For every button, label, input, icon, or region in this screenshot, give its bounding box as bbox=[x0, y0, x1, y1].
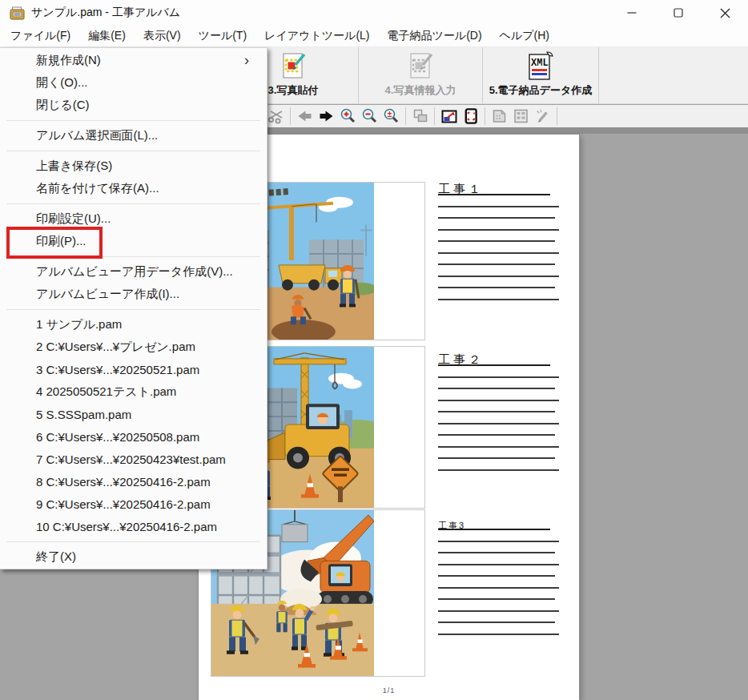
toolbar-button-label: 4.写真情報入力 bbox=[385, 83, 456, 98]
zoom-fit-button[interactable]: ± bbox=[380, 106, 402, 127]
file-menu-item[interactable]: アルバムビューア作成(I)... bbox=[0, 283, 267, 305]
ruled-line bbox=[438, 254, 555, 266]
file-menu-item[interactable]: 上書き保存(S) bbox=[0, 155, 267, 177]
toolbar-separator bbox=[434, 107, 435, 125]
file-menu-item[interactable]: 開く(O)... bbox=[0, 71, 267, 94]
toolbar-separator bbox=[557, 107, 557, 125]
menu-item-label: アルバムビューア用データ作成(V)... bbox=[36, 264, 233, 280]
menu-separator bbox=[0, 537, 267, 545]
menu-item-label: アルバム選択画面(L)... bbox=[36, 128, 158, 143]
print-pages-button[interactable] bbox=[489, 106, 510, 127]
ruled-line bbox=[438, 219, 559, 231]
ruled-line bbox=[438, 265, 559, 277]
file-menu-item[interactable]: 9 C:¥Users¥...¥20250416-2.pam bbox=[0, 493, 267, 515]
file-menu-item[interactable]: 10 C:¥Users¥...¥20250416-2.pam bbox=[0, 515, 267, 537]
menu-item-label: 2 C:¥Users¥...¥プレゼン.pam bbox=[36, 340, 195, 355]
ruled-line bbox=[438, 207, 555, 219]
menu-item-label: 閉じる(C) bbox=[36, 98, 90, 113]
ruled-line bbox=[438, 242, 559, 254]
toolbar-separator bbox=[405, 107, 406, 125]
zoom-in-button[interactable] bbox=[337, 106, 359, 127]
file-menu-item[interactable]: 6 C:¥Users¥...¥20250508.pam bbox=[0, 425, 267, 448]
file-menu-item[interactable]: 名前を付けて保存(A)... bbox=[0, 177, 267, 199]
minimize-button[interactable] bbox=[609, 0, 655, 26]
close-button[interactable] bbox=[702, 0, 748, 26]
menu-separator bbox=[0, 147, 267, 155]
back-arrow-icon bbox=[296, 107, 314, 125]
menubar-item[interactable]: ヘルプ(H) bbox=[491, 26, 558, 46]
ruled-line bbox=[438, 231, 555, 243]
app-icon bbox=[10, 6, 25, 20]
menu-separator bbox=[0, 252, 267, 260]
file-menu-item[interactable]: 印刷設定(U)... bbox=[0, 207, 267, 230]
file-menu-item[interactable]: 新規作成(N)› bbox=[0, 49, 267, 71]
entry-notes[interactable]: 工事3 bbox=[438, 521, 566, 635]
forward-arrow-icon bbox=[317, 107, 336, 125]
ruled-line bbox=[438, 412, 559, 424]
menubar-item[interactable]: 電子納品ツール(D) bbox=[379, 26, 491, 46]
menubar-item[interactable]: ファイル(F) bbox=[2, 26, 79, 46]
ruled-line bbox=[438, 378, 555, 390]
ruled-line bbox=[438, 565, 555, 577]
thumbnail-list-button[interactable] bbox=[510, 106, 532, 127]
file-menu-item[interactable]: アルバムビューア用データ作成(V)... bbox=[0, 260, 267, 283]
ruled-line bbox=[438, 623, 559, 635]
zoom-out-button[interactable] bbox=[359, 106, 380, 127]
back-button[interactable] bbox=[294, 106, 316, 127]
svg-text:XML: XML bbox=[531, 58, 549, 69]
ruled-line bbox=[438, 401, 555, 413]
fit-window-button[interactable] bbox=[438, 106, 460, 127]
fit-window-icon bbox=[440, 107, 459, 125]
file-menu-item[interactable]: アルバム選択画面(L)... bbox=[0, 124, 267, 147]
correction-pen-button[interactable] bbox=[532, 106, 553, 127]
file-menu-item[interactable]: 5 S.SSSpam.pam bbox=[0, 403, 267, 425]
file-menu-item[interactable]: 1 サンプル.pam bbox=[0, 313, 267, 336]
window-title: サンプル.pam - 工事アルバム bbox=[31, 6, 180, 20]
xml-create-button[interactable]: XML 5.電子納品データ作成 bbox=[483, 47, 599, 103]
ruled-line bbox=[438, 600, 559, 612]
menu-item-label: 6 C:¥Users¥...¥20250508.pam bbox=[36, 430, 199, 444]
file-menu-item[interactable]: 8 C:¥Users¥...¥20250416-2.pam bbox=[0, 470, 267, 493]
paste-photo-button[interactable] bbox=[409, 106, 431, 127]
zoom-in-icon bbox=[339, 107, 357, 125]
menu-item-label: アルバムビューア作成(I)... bbox=[36, 287, 179, 302]
ruled-line bbox=[438, 389, 559, 401]
ruled-line bbox=[438, 424, 555, 436]
menu-item-label: 4 2025050521テスト.pam bbox=[36, 384, 176, 400]
file-menu-item[interactable]: 閉じる(C) bbox=[0, 94, 267, 116]
zoom-out-icon bbox=[360, 107, 379, 125]
photo-info-icon bbox=[407, 50, 434, 81]
maximize-icon bbox=[674, 8, 683, 18]
file-menu-item[interactable]: 3 C:¥Users¥...¥20250521.pam bbox=[0, 358, 267, 380]
whole-page-button[interactable] bbox=[460, 106, 481, 127]
menubar-item[interactable]: ツール(T) bbox=[190, 26, 256, 46]
submenu-arrow-icon: › bbox=[244, 53, 249, 67]
entry-notes[interactable]: 工事２ bbox=[438, 352, 566, 471]
menu-item-label: 5 S.SSSpam.pam bbox=[36, 408, 131, 421]
menu-item-label: 印刷設定(U)... bbox=[36, 211, 111, 227]
svg-text:±: ± bbox=[388, 110, 392, 119]
photo-info-button[interactable]: 4.写真情報入力 bbox=[359, 47, 483, 103]
file-menu-item[interactable]: 4 2025050521テスト.pam bbox=[0, 380, 267, 403]
file-menu-item[interactable]: 7 C:¥Users¥...¥20250423¥test.pam bbox=[0, 448, 267, 470]
menu-separator bbox=[0, 199, 267, 207]
maximize-button[interactable] bbox=[655, 0, 702, 26]
file-menu-item[interactable]: 2 C:¥Users¥...¥プレゼン.pam bbox=[0, 336, 267, 358]
forward-button[interactable] bbox=[316, 106, 337, 127]
page-indicator: 1/1 bbox=[199, 686, 579, 694]
menubar-item[interactable]: 編集(E) bbox=[79, 26, 135, 46]
cut-button[interactable] bbox=[265, 106, 287, 127]
close-icon bbox=[720, 8, 730, 18]
xml-create-icon: XML bbox=[526, 50, 555, 81]
file-menu-item[interactable]: 印刷(P)... bbox=[0, 230, 267, 252]
ruled-line bbox=[438, 459, 559, 471]
entry-notes[interactable]: 工事１ bbox=[438, 182, 566, 300]
whole-page-icon bbox=[461, 107, 481, 125]
ruled-line bbox=[438, 542, 555, 554]
ruled-line bbox=[438, 553, 559, 565]
menu-item-label: 新規作成(N) bbox=[36, 53, 101, 68]
file-menu-item[interactable]: 終了(X) bbox=[0, 545, 267, 568]
menubar-item[interactable]: 表示(V) bbox=[135, 26, 190, 46]
menubar-item[interactable]: レイアウトツール(L) bbox=[255, 26, 378, 46]
ruled-line bbox=[438, 277, 555, 289]
